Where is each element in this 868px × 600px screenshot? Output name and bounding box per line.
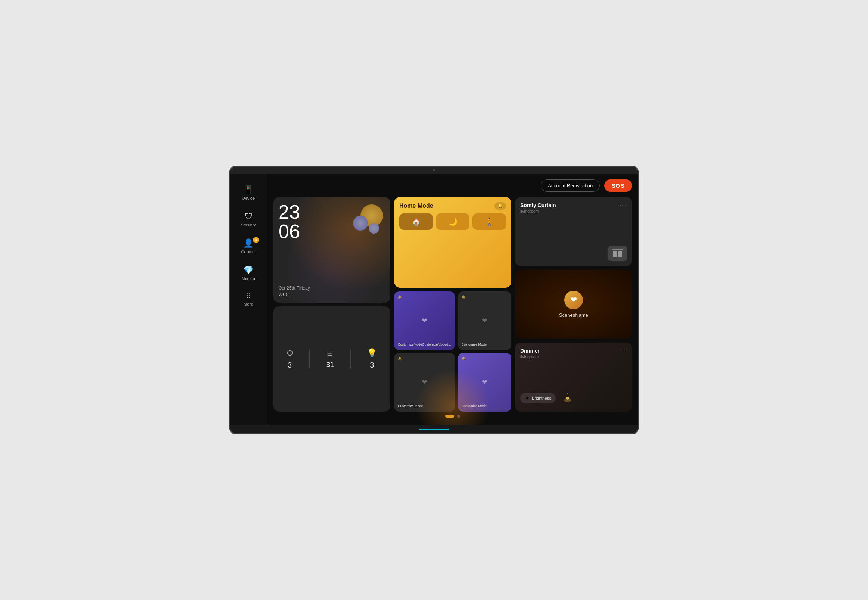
contact-badge: 3	[253, 237, 259, 243]
customize-heart-2: ❤	[398, 360, 451, 404]
stat-icon-0: ⊙	[286, 348, 293, 358]
scenes-content: ❤ ScenesName	[559, 275, 588, 333]
scenes-card[interactable]: ❤ ScenesName	[515, 270, 632, 339]
left-column: 23 06 Oct 25th Firiday 23.0° ⊙ 3	[273, 197, 390, 412]
mode-buttons: 🏠 🌙 🚶	[399, 214, 506, 230]
stat-number-2: 3	[370, 361, 374, 370]
customize-mode-grid: 🔔 ❤ CustomizeModeCustomizeModed... 🔔 ❤ C…	[394, 291, 511, 412]
mode-btn-night[interactable]: 🌙	[436, 214, 470, 230]
weather-temp: 23.0°	[279, 291, 385, 297]
customize-card-0[interactable]: 🔔 ❤ CustomizeModeCustomizeModed...	[394, 291, 455, 350]
customize-header-1: 🔔	[462, 295, 507, 298]
svg-rect-2	[618, 251, 622, 257]
mode-away-icon: 🚶	[485, 217, 494, 226]
dimmer-bottom: ☀ Brightness	[520, 390, 627, 406]
scenes-title: ScenesName	[559, 312, 588, 318]
weather-time-group: 23 06	[279, 202, 385, 241]
somfy-curtain-image	[608, 246, 627, 261]
svg-rect-1	[613, 251, 617, 257]
weather-info: Oct 25th Firiday 23.0°	[279, 285, 385, 297]
sidebar-label-security: Security	[241, 223, 256, 227]
stat-item-1: ⊟ 31	[326, 348, 334, 369]
stat-item-0: ⊙ 3	[286, 348, 293, 370]
somfy-title: Somfy Curtain	[520, 202, 556, 208]
sos-button[interactable]: SOS	[604, 179, 632, 192]
device-frame: 📱 Device 🛡 Security 👤 Contect 3 💎 Monito…	[229, 166, 639, 434]
brightness-sun-icon: ☀	[525, 395, 530, 401]
weather-card: 23 06 Oct 25th Firiday 23.0°	[273, 197, 390, 303]
sidebar-label-monitor: Monitor	[241, 276, 255, 281]
dimmer-title-group: Dimmer livingroom	[520, 348, 539, 359]
lamp-icon	[559, 390, 576, 406]
sidebar-item-contact[interactable]: 👤 Contect 3	[233, 235, 264, 258]
somfy-card-header: Somfy Curtain livingroom ···	[520, 202, 627, 214]
customize-bell-0: 🔔	[398, 295, 401, 298]
svg-rect-4	[567, 399, 568, 400]
monitor-icon: 💎	[243, 265, 253, 275]
header: Account Registration SOS	[273, 179, 632, 192]
sidebar-label-device: Device	[242, 196, 255, 200]
sidebar-item-more[interactable]: ⠿ More	[233, 288, 264, 310]
customize-header-3: 🔔	[462, 357, 507, 360]
security-icon: 🛡	[244, 212, 253, 221]
customize-label-2: Customize Mode	[398, 404, 451, 408]
home-mode-card[interactable]: Home Mode 🔔 🏠 🌙 🚶	[394, 197, 511, 288]
stat-icon-2: 💡	[367, 348, 377, 358]
sidebar-item-device[interactable]: 📱 Device	[233, 181, 264, 204]
somfy-title-group: Somfy Curtain livingroom	[520, 202, 556, 214]
customize-heart-0: ❤	[398, 298, 451, 342]
dimmer-card: Dimmer livingroom ··· ☀ Brightness	[515, 342, 632, 412]
stat-item-2: 💡 3	[367, 348, 377, 370]
customize-label-1: Customize Mode	[462, 342, 507, 346]
somfy-menu[interactable]: ···	[620, 202, 627, 209]
camera-dot	[433, 169, 435, 171]
customize-card-1[interactable]: 🔔 ❤ Customize Mode	[458, 291, 511, 350]
bottom-bar	[230, 425, 638, 433]
stat-number-1: 31	[326, 361, 334, 369]
more-icon: ⠿	[246, 292, 251, 300]
stat-icon-1: ⊟	[327, 348, 333, 358]
dot-0	[445, 415, 454, 418]
mode-night-icon: 🌙	[448, 217, 457, 226]
stat-divider-2	[350, 350, 351, 368]
mode-btn-home[interactable]: 🏠	[399, 214, 433, 230]
dimmer-title: Dimmer	[520, 348, 539, 354]
dimmer-card-header: Dimmer livingroom ···	[520, 348, 627, 359]
home-mode-title: Home Mode	[399, 203, 433, 209]
home-mode-header: Home Mode 🔔	[399, 202, 506, 210]
contact-icon: 👤	[243, 238, 253, 248]
stat-divider-1	[309, 350, 310, 368]
customize-bell-3: 🔔	[462, 357, 465, 360]
mode-btn-away[interactable]: 🚶	[473, 214, 506, 230]
mode-home-icon: 🏠	[412, 217, 421, 226]
device-icon: 📱	[243, 185, 253, 194]
home-indicator[interactable]	[419, 429, 449, 430]
account-registration-button[interactable]: Account Registration	[541, 179, 600, 192]
scenes-icon: ❤	[564, 291, 583, 309]
customize-bell-2: 🔔	[398, 357, 401, 360]
somfy-room: livingroom	[520, 209, 556, 214]
customize-label-3: Customize Mode	[462, 404, 507, 408]
sidebar-item-monitor[interactable]: 💎 Monitor	[233, 262, 264, 285]
top-bar	[230, 167, 638, 174]
brightness-label: Brightness	[532, 396, 551, 400]
dot-1	[457, 415, 460, 418]
somfy-curtain-card: Somfy Curtain livingroom ···	[515, 197, 632, 266]
customize-heart-1: ❤	[462, 298, 507, 342]
stats-card: ⊙ 3 ⊟ 31 💡 3	[273, 306, 390, 412]
sidebar-item-security[interactable]: 🛡 Security	[233, 208, 264, 231]
brightness-button[interactable]: ☀ Brightness	[520, 393, 556, 403]
sidebar-label-contact: Contect	[241, 250, 256, 254]
pagination-dots	[273, 412, 632, 419]
main-grid: 23 06 Oct 25th Firiday 23.0° ⊙ 3	[273, 197, 632, 412]
customize-card-3[interactable]: 🔔 ❤ Customize Mode	[458, 353, 511, 412]
sidebar: 📱 Device 🛡 Security 👤 Contect 3 💎 Monito…	[230, 174, 267, 425]
customize-header-0: 🔔	[398, 295, 451, 298]
weather-date: Oct 25th Firiday	[279, 285, 385, 291]
stat-number-0: 3	[288, 361, 292, 370]
right-column: Somfy Curtain livingroom ···	[515, 197, 632, 412]
customize-bell-1: 🔔	[462, 295, 465, 298]
dimmer-room: livingroom	[520, 355, 539, 359]
dimmer-menu[interactable]: ···	[620, 348, 627, 355]
customize-card-2[interactable]: 🔔 ❤ Customize Mode	[394, 353, 455, 412]
